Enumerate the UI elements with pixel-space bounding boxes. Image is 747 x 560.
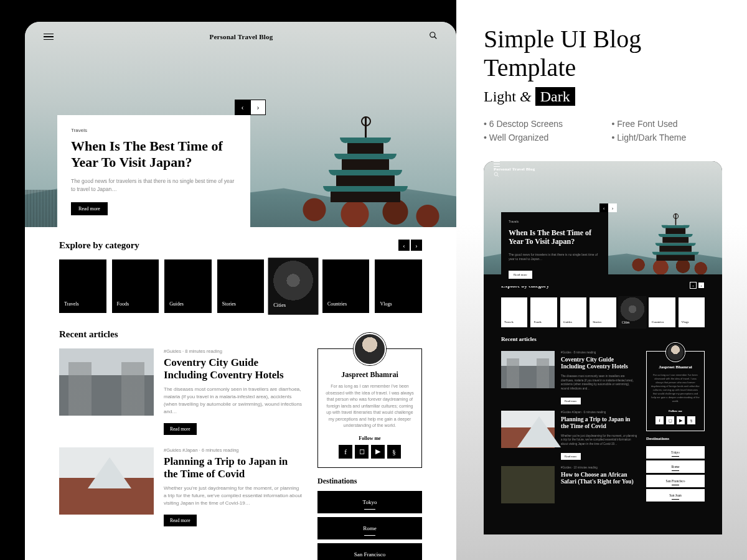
article-list: #Guides · 8 minutes reading Coventry Cit… — [59, 348, 303, 560]
svg-line-1 — [435, 37, 437, 39]
article-excerpt: Whether you're just daydreaming for the … — [561, 434, 637, 447]
article-thumbnail[interactable] — [501, 466, 555, 503]
category-cities[interactable]: Cities — [268, 258, 318, 314]
instagram-icon[interactable]: ◻ — [355, 445, 369, 459]
search-icon[interactable] — [494, 172, 712, 178]
youtube-icon[interactable]: ▶ — [371, 445, 385, 459]
category-prev-button[interactable]: ‹ — [690, 282, 697, 289]
category-stories[interactable]: Stories — [590, 297, 616, 327]
other-social-icon[interactable]: § — [687, 416, 695, 424]
article-thumbnail[interactable] — [59, 348, 154, 416]
category-travels[interactable]: Travels — [59, 259, 106, 313]
author-avatar — [666, 343, 685, 362]
category-guides[interactable]: Guides — [560, 297, 586, 327]
promo-title: Simple UI Blog Template — [484, 25, 722, 82]
promo-feature-list: 6 Desctop Screens Free Font Used Well Or… — [484, 119, 722, 142]
article-meta: #Guides · 8 minutes reading — [561, 351, 637, 354]
article-thumbnail[interactable] — [59, 447, 154, 515]
hero-excerpt: The good news for travelers is that ther… — [71, 177, 237, 194]
category-countries[interactable]: Countries — [322, 259, 370, 313]
other-social-icon[interactable]: § — [387, 445, 401, 459]
category-next-button[interactable]: › — [411, 240, 422, 251]
article-meta: #Guides #Japan · 6 minutes reading — [164, 447, 303, 453]
mode-light-label: Light — [484, 88, 516, 105]
svg-point-2 — [494, 172, 497, 175]
article-readmore-button[interactable]: Read more — [561, 453, 581, 460]
article-readmore-button[interactable]: Read more — [561, 398, 581, 404]
svg-point-0 — [430, 32, 435, 37]
article-title[interactable]: How to Choose an African Safari (That's … — [561, 472, 637, 486]
category-pager: ‹ › — [398, 240, 422, 251]
promo-feature: 6 Desctop Screens — [484, 119, 594, 129]
hero-readmore-button[interactable]: Read more — [509, 271, 532, 279]
category-guides[interactable]: Guides — [164, 259, 212, 313]
category-countries[interactable]: Countries — [649, 297, 675, 327]
article-card: #Guides #Japan · 6 minutes reading Plann… — [59, 447, 303, 526]
pagoda-illustration — [331, 125, 400, 202]
promo-modes: Light & Dark — [484, 88, 722, 105]
article-thumbnail[interactable] — [501, 351, 555, 388]
category-cities[interactable]: Cities — [618, 297, 646, 329]
instagram-icon[interactable]: ◻ — [666, 416, 674, 424]
destination-link[interactable]: San Juan — [646, 489, 705, 502]
article-title[interactable]: Planning a Trip to Japan in the Time of … — [561, 416, 637, 431]
menu-icon[interactable] — [494, 161, 712, 167]
hero-title: When Is The Best Time of Year To Visit J… — [509, 228, 601, 246]
hero-next-button[interactable]: › — [250, 100, 266, 115]
article-title[interactable]: Coventry City Guide Including Coventry H… — [561, 357, 637, 371]
category-next-button[interactable]: › — [698, 282, 705, 289]
hero-pager: ‹ › — [235, 100, 266, 115]
destination-link[interactable]: Rome — [646, 460, 705, 473]
sidebar: Jaspreet Bhamrai For as long as I can re… — [317, 348, 422, 560]
article-meta: #Guides · 8 minutes reading — [164, 348, 303, 354]
hero-title: When Is The Best Time of Year To Visit J… — [71, 138, 237, 171]
search-icon[interactable] — [429, 31, 438, 42]
category-stories[interactable]: Stories — [217, 259, 265, 313]
facebook-icon[interactable]: f — [655, 416, 664, 424]
hero-tag: Travels — [509, 220, 601, 223]
article-title[interactable]: Coventry City Guide Including Coventry H… — [164, 357, 303, 382]
hero-next-button[interactable]: › — [608, 203, 617, 212]
top-bar: Personal Travel Blog — [25, 22, 456, 52]
category-prev-button[interactable]: ‹ — [398, 240, 410, 251]
site-title: Personal Travel Blog — [494, 167, 712, 172]
promo-panel: Simple UI Blog Template Light & Dark 6 D… — [456, 0, 747, 560]
promo-feature: Free Font Used — [612, 119, 723, 129]
article-card: #Guides · 8 minutes reading Coventry Cit… — [501, 351, 637, 404]
destination-link[interactable]: Tokyo — [646, 446, 705, 459]
destination-link[interactable]: San Francisco — [646, 475, 705, 487]
recent-heading: Recent articles — [501, 336, 537, 342]
category-travels[interactable]: Travels — [501, 297, 527, 327]
article-readmore-button[interactable]: Read more — [164, 515, 197, 526]
author-name: Jaspreet Bhamrai — [326, 370, 414, 380]
light-theme-mockup: Personal Travel Blog ‹ › Travels When Is… — [25, 22, 456, 560]
author-bio: For as long as I can remember I've been … — [326, 383, 414, 429]
menu-icon[interactable] — [44, 34, 54, 40]
hero-prev-button[interactable]: ‹ — [599, 203, 608, 212]
facebook-icon[interactable]: f — [339, 445, 352, 459]
article-title[interactable]: Planning a Trip to Japan in the Time of … — [164, 455, 303, 481]
recent-heading: Recent articles — [59, 329, 118, 340]
category-vlogs[interactable]: Vlogs — [375, 259, 422, 313]
author-card: Jaspreet Bhamrai For as long as I can re… — [317, 348, 422, 468]
category-foods[interactable]: Foods — [530, 297, 557, 327]
hero-readmore-button[interactable]: Read more — [71, 202, 108, 215]
hero-feature-card: ‹ › Travels When Is The Best Time of Yea… — [501, 212, 608, 286]
destination-link[interactable]: Tokyo — [317, 491, 422, 513]
svg-line-3 — [497, 175, 499, 177]
category-vlogs[interactable]: Vlogs — [679, 297, 705, 327]
author-name: Jaspreet Bhamrai — [651, 365, 700, 370]
hero-prev-button[interactable]: ‹ — [235, 100, 250, 115]
category-foods[interactable]: Foods — [112, 259, 159, 313]
ampersand: & — [520, 88, 532, 105]
destinations-heading: Destinations — [317, 477, 422, 486]
destination-link[interactable]: Rome — [317, 517, 422, 539]
article-readmore-button[interactable]: Read more — [164, 423, 197, 435]
youtube-icon[interactable]: ▶ — [677, 416, 685, 424]
article-excerpt: The diseases most commonly seen in trave… — [561, 375, 637, 391]
article-card: #Guides · 8 minutes reading Coventry Cit… — [59, 348, 303, 435]
destination-link[interactable]: San Francisco — [317, 543, 422, 561]
author-card: Jaspreet Bhamrai For as long as I can re… — [646, 351, 705, 431]
page-body: Explore by category ‹ › Travels Foods Gu… — [25, 227, 456, 560]
article-thumbnail[interactable] — [501, 411, 555, 448]
